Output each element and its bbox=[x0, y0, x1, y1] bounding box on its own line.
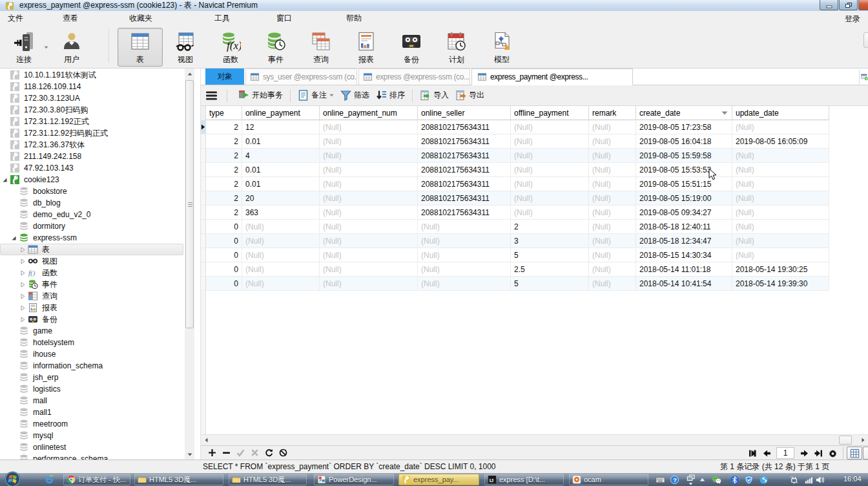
cell-update_date[interactable]: 2018-05-14 19:30:25 bbox=[732, 262, 829, 277]
tree-caret-collapsed[interactable] bbox=[20, 293, 26, 299]
cell-type[interactable]: 2 bbox=[206, 134, 242, 149]
gridbar-button-开始事务[interactable]: 开始事务 bbox=[235, 88, 286, 103]
menu-item-2[interactable]: 收藏夹 bbox=[124, 11, 158, 26]
add-record-button[interactable] bbox=[205, 447, 219, 460]
tree-item-172.30.3.123UA[interactable]: 172.30.3.123UA bbox=[0, 92, 185, 104]
cell-online_payment_num[interactable]: (Null) bbox=[320, 248, 418, 262]
grid-horizontal-scrollbar[interactable] bbox=[201, 434, 868, 445]
first-record-button[interactable] bbox=[745, 447, 760, 460]
menu-login[interactable]: 登录 bbox=[845, 14, 860, 25]
cell-type[interactable]: 2 bbox=[206, 177, 242, 191]
tree-item-bookstore[interactable]: bookstore bbox=[0, 185, 185, 197]
tree-item-mall1[interactable]: mall1 bbox=[0, 407, 185, 418]
keyboard-icon[interactable] bbox=[655, 474, 666, 485]
cell-update_date[interactable]: 2019-08-05 16:05:09 bbox=[732, 134, 829, 149]
cell-online_payment[interactable]: 20 bbox=[242, 191, 320, 206]
tree-item-meetroom[interactable]: meetroom bbox=[0, 418, 185, 430]
cell-online_payment[interactable]: (Null) bbox=[242, 220, 320, 234]
toolbar-button-事件[interactable]: 事件 bbox=[253, 28, 298, 67]
cell-create_date[interactable]: 2018-05-15 14:30:34 bbox=[636, 248, 732, 262]
signal-icon[interactable] bbox=[803, 474, 814, 485]
cell-online_payment[interactable]: (Null) bbox=[242, 248, 320, 262]
cell-type[interactable]: 2 bbox=[206, 206, 242, 220]
cell-update_date[interactable]: (Null) bbox=[732, 220, 829, 234]
settings-button[interactable] bbox=[825, 447, 840, 460]
tree-item-报表[interactable]: 报表 bbox=[0, 302, 185, 313]
table-row-3[interactable]: 24(Null)2088102175634311(Null)(Null)2019… bbox=[201, 149, 829, 163]
tree-item-demo_edu_v2_0[interactable]: demo_edu_v2_0 bbox=[0, 209, 185, 220]
cell-online_payment_num[interactable]: (Null) bbox=[320, 234, 418, 248]
tree-item-game[interactable]: game bbox=[0, 325, 185, 337]
tree-item-express-ssm[interactable]: express-ssm bbox=[0, 232, 185, 244]
cell-create_date[interactable]: 2019-08-05 15:53:53 bbox=[636, 163, 732, 177]
tray-arrow-icon[interactable] bbox=[697, 474, 708, 485]
cell-remark[interactable]: (Null) bbox=[589, 277, 636, 291]
cell-online_seller[interactable]: (Null) bbox=[418, 277, 511, 291]
connection-dropdown-caret[interactable] bbox=[43, 28, 49, 67]
close-button[interactable] bbox=[858, 0, 868, 10]
cell-offline_payment[interactable]: 2.5 bbox=[511, 262, 589, 277]
grid-view-button[interactable] bbox=[847, 447, 862, 460]
maximize-button[interactable] bbox=[839, 0, 858, 10]
cell-online_seller[interactable]: 2088102175634311 bbox=[418, 191, 511, 206]
cell-online_payment[interactable]: 363 bbox=[242, 206, 320, 220]
cell-online_payment[interactable]: 4 bbox=[242, 149, 320, 163]
form-view-button[interactable] bbox=[863, 447, 868, 460]
taskbar-clock[interactable]: 16:04 bbox=[843, 475, 862, 483]
cell-type[interactable]: 2 bbox=[206, 163, 242, 177]
tree-item-47.92.103.143[interactable]: 47.92.103.143 bbox=[0, 162, 185, 174]
tree-item-logistics[interactable]: logistics bbox=[0, 383, 185, 395]
cell-online_seller[interactable]: 2088102175634311 bbox=[418, 134, 511, 149]
cell-online_payment_num[interactable]: (Null) bbox=[320, 163, 418, 177]
cell-offline_payment[interactable]: (Null) bbox=[511, 191, 589, 206]
cell-create_date[interactable]: 2018-05-14 11:01:18 bbox=[636, 262, 732, 277]
cell-remark[interactable]: (Null) bbox=[589, 191, 636, 206]
tree-item-事件[interactable]: 事件 bbox=[0, 279, 185, 290]
dropdown-caret-icon[interactable] bbox=[329, 94, 334, 97]
table-row-1[interactable]: 212(Null)2088102175634311(Null)(Null)201… bbox=[201, 120, 829, 134]
cell-online_seller[interactable]: 2088102175634311 bbox=[418, 149, 511, 163]
table-row-2[interactable]: 20.01(Null)2088102175634311(Null)(Null)2… bbox=[201, 134, 829, 149]
cell-online_payment_num[interactable]: (Null) bbox=[320, 206, 418, 220]
toolbar-button-用户[interactable]: 用户 bbox=[49, 28, 94, 67]
column-header-online_payment[interactable]: online_payment bbox=[242, 106, 320, 120]
menu-item-0[interactable]: 文件 bbox=[3, 11, 28, 26]
tab-express_payment[interactable]: express_payment @express... bbox=[471, 69, 633, 85]
tree-item-performance_schema[interactable]: performance_schema bbox=[0, 453, 185, 460]
scroll-down-button[interactable] bbox=[185, 449, 194, 460]
toolbar-overflow-chevron[interactable] bbox=[863, 32, 868, 48]
gridbar-button-备注[interactable]: 备注 bbox=[294, 88, 337, 103]
column-header-online_payment_num[interactable]: online_payment_num bbox=[320, 106, 418, 120]
cell-remark[interactable]: (Null) bbox=[589, 206, 636, 220]
toolbar-button-视图[interactable]: 视图 bbox=[163, 28, 208, 67]
tree-item-172.31.36.37软体[interactable]: 172.31.36.37软体 bbox=[0, 139, 185, 151]
cell-remark[interactable]: (Null) bbox=[589, 134, 636, 149]
cell-create_date[interactable]: 2018-05-14 10:41:54 bbox=[636, 277, 732, 291]
scroll-left-button[interactable] bbox=[201, 435, 212, 445]
remove-hardware-icon[interactable] bbox=[789, 474, 800, 485]
cell-type[interactable]: 0 bbox=[206, 248, 242, 262]
cell-online_seller[interactable]: (Null) bbox=[418, 248, 511, 262]
column-header-remark[interactable]: remark bbox=[589, 106, 636, 120]
cell-offline_payment[interactable]: 5 bbox=[511, 277, 589, 291]
toolbar-button-备份[interactable]: 备份 bbox=[389, 28, 434, 67]
stop-button[interactable] bbox=[276, 447, 290, 460]
cell-update_date[interactable]: (Null) bbox=[732, 234, 829, 248]
cell-offline_payment[interactable]: 2 bbox=[511, 220, 589, 234]
tab-express[interactable]: express @express-ssm (co... bbox=[358, 69, 470, 85]
cell-update_date[interactable]: (Null) bbox=[732, 177, 829, 191]
tree-item-视图[interactable]: 视图 bbox=[0, 255, 185, 267]
cell-update_date[interactable]: (Null) bbox=[732, 120, 829, 134]
apply-button[interactable] bbox=[233, 447, 247, 460]
tree-item-hotelsystem[interactable]: hotelsystem bbox=[0, 337, 185, 348]
tree-item-备份[interactable]: 备份 bbox=[0, 313, 185, 325]
cell-remark[interactable]: (Null) bbox=[589, 220, 636, 234]
table-row-10[interactable]: 0(Null)(Null)(Null)5(Null)2018-05-15 14:… bbox=[201, 248, 829, 262]
tree-item-查询[interactable]: 查询 bbox=[0, 290, 185, 302]
bluetooth-icon[interactable] bbox=[729, 474, 740, 485]
cell-create_date[interactable]: 2019-08-05 16:04:18 bbox=[636, 134, 732, 149]
cell-online_seller[interactable]: 2088102175634311 bbox=[418, 206, 511, 220]
next-record-button[interactable] bbox=[797, 447, 811, 460]
table-row-5[interactable]: 20.01(Null)2088102175634311(Null)(Null)2… bbox=[201, 177, 829, 191]
cell-online_payment[interactable]: (Null) bbox=[242, 262, 320, 277]
